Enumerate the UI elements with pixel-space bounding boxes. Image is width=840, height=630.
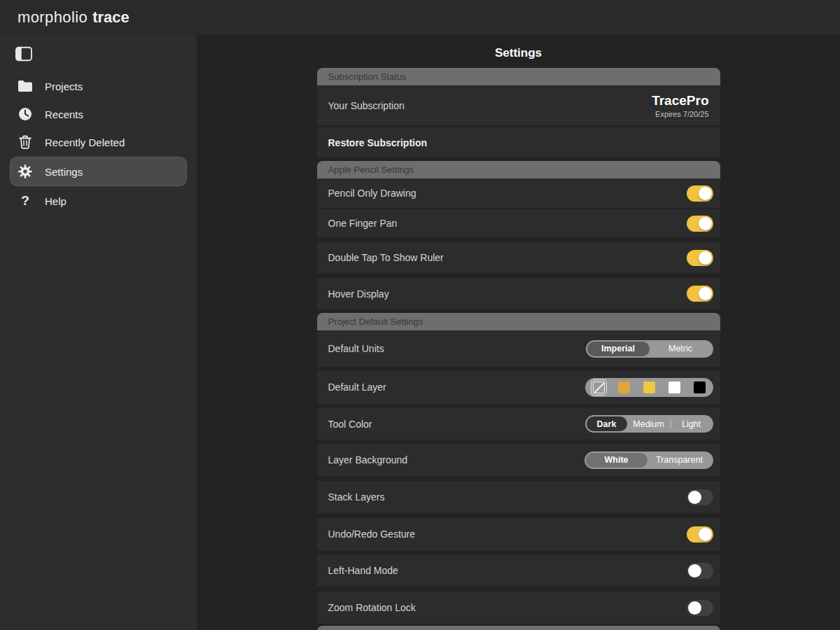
pencil-only-drawing-toggle[interactable] (687, 186, 713, 202)
sidebar-item-recents[interactable]: Recents (0, 100, 197, 128)
swatch-clear[interactable] (591, 379, 607, 396)
pencil-only-drawing-label: Pencil Only Drawing (328, 188, 416, 199)
toggle-knob (699, 187, 712, 200)
zoom-rotation-row: Zoom Rotation Lock (317, 592, 720, 624)
section-header-apple-pencil: Apple Pencil Settings (317, 161, 720, 178)
restore-subscription-button[interactable]: Restore Subscription (317, 127, 720, 158)
hover-display-card: Hover Display (317, 278, 720, 309)
black-swatch (694, 382, 706, 393)
undo-redo-card: Undo/Redo Gesture (317, 518, 720, 550)
hover-display-row: Hover Display (317, 278, 720, 309)
sidebar-item-help[interactable]: ? Help (0, 187, 197, 215)
sidebar-item-label: Recently Deleted (45, 136, 125, 148)
default-layer-row: Default Layer (317, 370, 720, 404)
segment-medium[interactable]: Medium (627, 416, 671, 431)
stack-layers-row: Stack Layers (317, 481, 720, 513)
undo-redo-toggle[interactable] (687, 526, 713, 542)
sidebar-panel-icon (15, 46, 32, 62)
left-hand-toggle[interactable] (687, 563, 713, 579)
default-units-row: Default Units Imperial Metric (317, 330, 720, 367)
sidebar-item-recently-deleted[interactable]: Recently Deleted (0, 128, 197, 156)
plan-expiry: Expires 7/20/25 (652, 110, 708, 118)
sidebar-item-label: Recents (45, 108, 83, 120)
section-header-label: Project Default Settings (328, 316, 424, 327)
double-tap-label: Double Tap To Show Ruler (328, 252, 444, 263)
sidebar-item-label: Help (45, 195, 66, 207)
section-header-project-defaults: Project Default Settings (317, 313, 720, 330)
hover-display-toggle[interactable] (687, 286, 713, 302)
trash-icon (17, 135, 34, 149)
hover-display-label: Hover Display (328, 288, 389, 300)
undo-redo-label: Undo/Redo Gesture (328, 528, 416, 540)
app-logo: morpholio trace (18, 8, 130, 27)
subscription-card: Your Subscription TracePro Expires 7/20/… (317, 85, 720, 125)
section-header-label: Apple Pencil Settings (328, 164, 414, 175)
sidebar-item-projects[interactable]: Projects (0, 72, 197, 100)
segment-imperial[interactable]: Imperial (587, 342, 650, 356)
topbar: morpholio trace (0, 0, 840, 35)
subscription-value: TracePro Expires 7/20/25 (652, 93, 713, 118)
clock-icon (17, 107, 34, 121)
zoom-rotation-card: Zoom Rotation Lock (317, 592, 720, 624)
your-subscription-label: Your Subscription (328, 100, 405, 111)
tool-color-segmented: Dark Medium Light (585, 415, 713, 433)
toggle-knob (699, 251, 712, 265)
segment-metric[interactable]: Metric (650, 342, 712, 356)
swatch-black[interactable] (692, 379, 708, 396)
your-subscription-row: Your Subscription TracePro Expires 7/20/… (317, 85, 720, 125)
brand-trace: trace (92, 8, 130, 27)
layer-background-card: Layer Background White Transparent (317, 444, 720, 476)
zoom-rotation-label: Zoom Rotation Lock (328, 602, 416, 613)
settings-main: Settings Subscription Status Your Subscr… (197, 35, 840, 630)
toggle-knob (688, 491, 701, 504)
swatch-canary[interactable] (641, 379, 657, 396)
sidebar: Projects Recents Recently Deleted (0, 35, 197, 630)
layer-background-segmented: White Transparent (584, 451, 713, 469)
sidebar-item-settings[interactable]: Settings (10, 157, 187, 186)
sidebar-item-label: Projects (45, 80, 83, 92)
section-header-subscription-status: Subscription Status (317, 68, 720, 85)
toggle-knob (699, 528, 712, 541)
one-finger-pan-row: One Finger Pan (317, 208, 720, 237)
gold-swatch (618, 382, 630, 393)
default-units-label: Default Units (328, 343, 384, 354)
folder-icon (17, 80, 34, 92)
tool-color-card: Tool Color Dark Medium Light (317, 408, 720, 440)
default-layer-swatches (585, 378, 713, 397)
layer-background-label: Layer Background (328, 454, 408, 465)
stack-layers-label: Stack Layers (328, 491, 385, 503)
white-swatch (668, 382, 680, 393)
section-header-next-partial (317, 626, 720, 630)
segment-transparent[interactable]: Transparent (648, 453, 712, 468)
stack-layers-toggle[interactable] (687, 489, 713, 505)
segment-white[interactable]: White (586, 453, 648, 468)
sidebar-collapse-button[interactable] (15, 44, 36, 64)
tool-color-label: Tool Color (328, 419, 372, 430)
settings-panel: Subscription Status Your Subscription Tr… (317, 68, 720, 630)
pencil-only-drawing-row: Pencil Only Drawing (317, 178, 720, 208)
restore-subscription-label: Restore Subscription (328, 137, 428, 148)
left-hand-label: Left-Hand Mode (328, 565, 398, 576)
tool-color-row: Tool Color Dark Medium Light (317, 408, 720, 440)
one-finger-pan-toggle[interactable] (687, 216, 713, 232)
page-title: Settings (197, 35, 840, 68)
double-tap-row: Double Tap To Show Ruler (317, 242, 720, 273)
gear-icon (17, 164, 34, 179)
segment-dark[interactable]: Dark (587, 416, 627, 431)
left-hand-card: Left-Hand Mode (317, 554, 720, 587)
pencil-card: Pencil Only Drawing One Finger Pan (317, 178, 720, 237)
swatch-gold[interactable] (616, 379, 632, 396)
question-icon: ? (17, 193, 34, 209)
one-finger-pan-label: One Finger Pan (328, 218, 398, 229)
swatch-white[interactable] (666, 379, 682, 396)
undo-redo-row: Undo/Redo Gesture (317, 518, 720, 550)
clear-layer-icon (593, 382, 605, 393)
double-tap-toggle[interactable] (687, 250, 713, 266)
section-header-label: Subscription Status (328, 71, 407, 82)
brand-morpholio: morpholio (18, 8, 88, 27)
default-units-segmented: Imperial Metric (586, 340, 713, 358)
toggle-knob (688, 601, 701, 615)
default-units-card: Default Units Imperial Metric (317, 330, 720, 367)
segment-light[interactable]: Light (671, 416, 712, 431)
zoom-rotation-toggle[interactable] (687, 600, 713, 616)
